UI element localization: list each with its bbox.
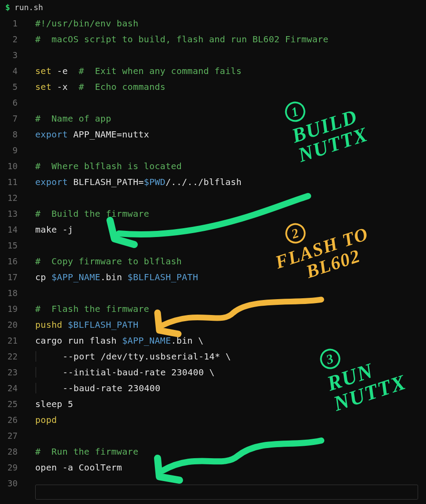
code-line[interactable]: 21cargo run flash $APP_NAME.bin \: [0, 333, 426, 348]
code-line[interactable]: 16# Copy firmware to blflash: [0, 253, 426, 269]
code-line[interactable]: 23 --initial-baud-rate 230400 \: [0, 364, 426, 380]
line-number: 22: [0, 348, 27, 364]
line-content[interactable]: cargo run flash $APP_NAME.bin \: [27, 333, 204, 348]
token: # Exit when any command fails: [79, 66, 242, 76]
code-line[interactable]: 25sleep 5: [0, 396, 426, 412]
code-line[interactable]: 28# Run the firmware: [0, 444, 426, 460]
line-number: 4: [0, 63, 27, 79]
token: make -j: [35, 224, 73, 235]
code-line[interactable]: 12: [0, 190, 426, 206]
line-number: 3: [0, 47, 27, 63]
line-content[interactable]: export BLFLASH_PATH=$PWD/../../blflash: [27, 174, 242, 190]
code-line[interactable]: 22 --port /dev/tty.usbserial-14* \: [0, 348, 426, 364]
token: # Name of app: [35, 113, 111, 124]
line-number: 13: [0, 206, 27, 222]
code-line[interactable]: 8export APP_NAME=nuttx: [0, 126, 426, 142]
code-line[interactable]: 4set -e # Exit when any command fails: [0, 63, 426, 79]
line-number: 24: [0, 380, 27, 396]
token: popd: [35, 415, 57, 425]
code-line[interactable]: 1#!/usr/bin/env bash: [0, 15, 426, 31]
code-line[interactable]: 30: [0, 475, 426, 491]
code-line[interactable]: 17cp $APP_NAME.bin $BLFLASH_PATH: [0, 269, 426, 285]
line-content[interactable]: set -x # Echo commands: [27, 79, 165, 95]
token: set: [35, 66, 51, 76]
line-number: 8: [0, 126, 27, 142]
code-line[interactable]: 9: [0, 142, 426, 158]
line-number: 17: [0, 269, 27, 285]
token: -x: [51, 82, 79, 92]
code-line[interactable]: 29open -a CoolTerm: [0, 460, 426, 475]
line-number: 9: [0, 142, 27, 158]
code-editor[interactable]: 1#!/usr/bin/env bash2# macOS script to b…: [0, 14, 426, 491]
code-line[interactable]: 24 --baud-rate 230400: [0, 380, 426, 396]
line-number: 21: [0, 333, 27, 348]
line-content[interactable]: make -j: [27, 222, 73, 237]
line-number: 16: [0, 253, 27, 269]
line-content[interactable]: export APP_NAME=nuttx: [27, 126, 149, 142]
line-content[interactable]: # Name of app: [27, 111, 111, 126]
line-number: 14: [0, 222, 27, 237]
line-content[interactable]: sleep 5: [27, 396, 73, 412]
code-line[interactable]: 14make -j: [0, 222, 426, 237]
token: sleep 5: [35, 399, 73, 409]
code-line[interactable]: 5set -x # Echo commands: [0, 79, 426, 95]
line-content[interactable]: --port /dev/tty.usbserial-14* \: [27, 348, 231, 364]
token: # Where blflash is located: [35, 161, 182, 171]
line-number: 7: [0, 111, 27, 126]
token: -e: [51, 66, 79, 76]
token: set: [35, 82, 51, 92]
line-content[interactable]: --initial-baud-rate 230400 \: [27, 364, 215, 380]
line-number: 19: [0, 301, 27, 317]
code-line[interactable]: 26popd: [0, 412, 426, 428]
line-content[interactable]: #!/usr/bin/env bash: [27, 15, 138, 31]
code-line[interactable]: 13# Build the firmware: [0, 206, 426, 222]
token: #!/usr/bin/env bash: [35, 18, 138, 29]
line-number: 25: [0, 396, 27, 412]
code-line[interactable]: 3: [0, 47, 426, 63]
code-line[interactable]: 10# Where blflash is located: [0, 158, 426, 174]
line-content[interactable]: popd: [27, 412, 57, 428]
titlebar: $ run.sh: [0, 0, 426, 14]
token: BLFLASH_PATH=: [68, 177, 144, 187]
line-content[interactable]: # Copy firmware to blflash: [27, 253, 182, 269]
code-line[interactable]: 2# macOS script to build, flash and run …: [0, 31, 426, 47]
line-number: 28: [0, 444, 27, 460]
line-content[interactable]: # macOS script to build, flash and run B…: [27, 31, 328, 47]
token: --initial-baud-rate 230400 \: [41, 367, 215, 378]
line-number: 11: [0, 174, 27, 190]
token: # Copy firmware to blflash: [35, 256, 182, 267]
line-number: 20: [0, 317, 27, 333]
token: /../../blflash: [165, 177, 242, 187]
token: APP_NAME=nuttx: [68, 129, 149, 140]
filename: run.sh: [15, 3, 43, 12]
line-number: 29: [0, 460, 27, 475]
code-line[interactable]: 7# Name of app: [0, 111, 426, 126]
line-number: 15: [0, 237, 27, 253]
line-content[interactable]: # Where blflash is located: [27, 158, 182, 174]
code-line[interactable]: 15: [0, 237, 426, 253]
code-line[interactable]: 20pushd $BLFLASH_PATH: [0, 317, 426, 333]
line-content[interactable]: cp $APP_NAME.bin $BLFLASH_PATH: [27, 269, 198, 285]
token: $BLFLASH_PATH: [68, 319, 138, 330]
token: .bin \: [171, 335, 204, 346]
code-line[interactable]: 18: [0, 285, 426, 301]
code-line[interactable]: 19# Flash the firmware: [0, 301, 426, 317]
line-number: 10: [0, 158, 27, 174]
token: # Echo commands: [79, 82, 165, 92]
line-content[interactable]: pushd $BLFLASH_PATH: [27, 317, 139, 333]
line-content[interactable]: open -a CoolTerm: [27, 460, 122, 475]
line-number: 23: [0, 364, 27, 380]
line-content[interactable]: # Flash the firmware: [27, 301, 149, 317]
token: cp: [35, 272, 51, 282]
line-number: 26: [0, 412, 27, 428]
code-line[interactable]: 11export BLFLASH_PATH=$PWD/../../blflash: [0, 174, 426, 190]
token: # macOS script to build, flash and run B…: [35, 34, 328, 44]
line-content[interactable]: # Run the firmware: [27, 444, 138, 460]
code-line[interactable]: 6: [0, 95, 426, 111]
line-content[interactable]: --baud-rate 230400: [27, 380, 161, 396]
line-content[interactable]: # Build the firmware: [27, 206, 149, 222]
token: .bin: [100, 272, 128, 282]
line-content[interactable]: set -e # Exit when any command fails: [27, 63, 242, 79]
token: $APP_NAME: [122, 335, 171, 346]
code-line[interactable]: 27: [0, 428, 426, 444]
